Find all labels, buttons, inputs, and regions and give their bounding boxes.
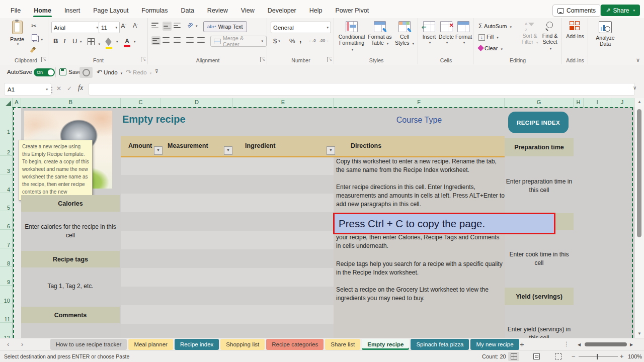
row-header[interactable]: 7 xyxy=(0,230,12,248)
autosave-toggle[interactable]: On xyxy=(34,68,55,76)
sheet-tab-empty-recipe-active[interactable]: Empty recipe xyxy=(362,339,409,350)
directions-cell[interactable]: Copy this worksheet to enter a new recip… xyxy=(336,157,505,311)
fill-button[interactable]: ↓ Fill ▾ xyxy=(478,34,499,41)
select-all-button[interactable] xyxy=(0,98,13,107)
font-color-button[interactable]: A xyxy=(124,36,130,47)
prep-time-hint-cell[interactable]: Enter preparation time in this cell xyxy=(505,177,574,195)
column-header-c[interactable]: C xyxy=(121,98,161,107)
tab-formulas[interactable]: Formulas xyxy=(135,5,174,16)
tab-page-layout[interactable]: Page Layout xyxy=(87,5,135,16)
session-circle-button[interactable] xyxy=(79,67,93,78)
row-headers[interactable]: 1 2 3 4 5 6 7 8 9 10 11 12 xyxy=(0,107,13,338)
page-layout-view-button[interactable] xyxy=(531,352,542,361)
align-top-button[interactable] xyxy=(151,23,158,28)
cut-button[interactable]: ✂ xyxy=(31,22,37,30)
recipe-index-button[interactable]: RECIPE INDEX xyxy=(508,112,569,133)
alignment-dialog-launcher[interactable]: ↘ xyxy=(260,57,265,62)
format-cells-button[interactable]: Format ▾ xyxy=(455,21,471,46)
hscroll-right-arrow-icon[interactable]: ▶ xyxy=(630,342,633,347)
calories-hint-cell[interactable]: Enter calories for the recipe in this ce… xyxy=(21,223,120,240)
ingredient-header[interactable]: Ingredient xyxy=(245,142,275,149)
row-header[interactable]: 6 xyxy=(0,211,12,230)
scroll-down-arrow-icon[interactable]: ▼ xyxy=(635,330,644,338)
analyze-data-button[interactable]: Analyze Data xyxy=(593,21,618,47)
sheet-tab-shopping-list[interactable]: Shopping list xyxy=(220,339,265,350)
row-header[interactable]: 9 xyxy=(0,267,12,286)
tab-file[interactable]: File xyxy=(4,5,27,16)
expand-formula-bar-chevron-icon[interactable]: ∨ xyxy=(633,85,636,90)
tab-data[interactable]: Data xyxy=(174,5,200,16)
row-header[interactable]: 12 xyxy=(0,323,12,338)
align-bottom-button[interactable] xyxy=(174,23,181,28)
column-header-d[interactable]: D xyxy=(161,98,233,107)
sheet-tab-share-list[interactable]: Share list xyxy=(325,339,360,350)
amount-header[interactable]: Amount xyxy=(128,142,152,149)
template-note[interactable]: Create a new recipe using this Empty Rec… xyxy=(19,140,93,201)
zoom-out-button[interactable]: − xyxy=(572,352,576,360)
sort-filter-button[interactable]: AZ Sort & Filter ▾ xyxy=(521,21,539,46)
row-header[interactable]: 4 xyxy=(0,174,12,193)
name-box[interactable]: A1 ▾ xyxy=(4,83,51,96)
tab-home[interactable]: Home xyxy=(27,5,58,16)
sheet-tab-meal-planner[interactable]: Meal planner xyxy=(128,339,173,350)
align-center-button[interactable] xyxy=(163,37,170,43)
increase-decimal-button[interactable]: ←.0 xyxy=(308,38,316,43)
align-left-button[interactable] xyxy=(151,36,160,45)
row-header[interactable]: 5 xyxy=(0,193,12,211)
hscroll-left-arrow-icon[interactable]: ◀ xyxy=(578,342,581,347)
course-type-cell[interactable]: Course Type xyxy=(334,116,505,125)
cook-time-hint-cell[interactable]: Enter cook time in this cell xyxy=(505,250,574,267)
prev-sheet-arrow-icon[interactable]: ‹ xyxy=(7,340,9,348)
bold-button[interactable]: B xyxy=(53,37,58,45)
tab-view[interactable]: View xyxy=(234,5,261,16)
row-header[interactable]: 10 xyxy=(0,286,12,304)
column-header-g[interactable]: G xyxy=(505,98,574,107)
copy-button[interactable]: ▾ xyxy=(32,34,43,43)
page-break-view-button[interactable] xyxy=(552,352,564,361)
column-header-f[interactable]: F xyxy=(334,98,505,107)
sheet-tab-my-new-recipe[interactable]: My new recipe xyxy=(470,339,519,350)
increase-indent-button[interactable] xyxy=(197,37,205,43)
confirm-entry-icon[interactable]: ✓ xyxy=(67,85,72,92)
sheet-tab-recipe-categories[interactable]: Recipe categories xyxy=(266,339,324,350)
chevron-down-icon[interactable]: ▾ xyxy=(134,40,136,44)
fill-color-button[interactable] xyxy=(106,37,112,49)
zoom-slider-track[interactable] xyxy=(579,356,618,357)
cell-styles-button[interactable]: ✎ Cell Styles ▾ xyxy=(393,21,416,47)
column-header-e[interactable]: E xyxy=(233,98,334,107)
chevron-down-icon[interactable]: ▾ xyxy=(80,40,82,44)
yield-hint-cell[interactable]: Enter yield (servings) in this cell xyxy=(505,325,574,338)
column-header-a[interactable]: A xyxy=(13,98,21,107)
vertical-scroll-thumb[interactable] xyxy=(637,109,641,237)
row-header[interactable]: 1 xyxy=(0,107,12,135)
merge-center-button[interactable]: Merge & Center ▾ xyxy=(210,36,267,47)
formula-input[interactable] xyxy=(89,83,635,96)
sheet-tab-spinach-feta-pizza[interactable]: Spinach feta pizza xyxy=(411,339,469,350)
row-header[interactable]: 8 xyxy=(0,248,12,267)
amount-filter-dropdown[interactable]: ▼ xyxy=(154,146,163,155)
paste-button[interactable]: Paste ▾ xyxy=(7,21,27,46)
recipe-tags-hint-cell[interactable]: Tag 1, Tag 2, etc. xyxy=(21,282,120,291)
font-family-select[interactable]: Arial▾ xyxy=(51,22,101,33)
delete-cells-button[interactable]: ✕ Delete ▾ xyxy=(438,21,454,46)
decrease-indent-button[interactable] xyxy=(186,37,194,43)
chevron-down-icon[interactable]: ▾ xyxy=(196,24,198,28)
directions-header[interactable]: Directions xyxy=(351,142,381,149)
redo-button[interactable]: ↷ Redo ▾ xyxy=(126,68,151,76)
borders-button[interactable]: ▾ xyxy=(88,38,100,47)
fx-icon[interactable]: fx xyxy=(78,84,83,92)
measurement-filter-dropdown[interactable]: ▼ xyxy=(224,146,232,155)
shrink-font-button[interactable]: Aˇ xyxy=(133,22,138,29)
next-sheet-arrow-icon[interactable]: › xyxy=(21,340,23,348)
row-header[interactable]: 3 xyxy=(0,156,12,174)
number-format-select[interactable]: General▾ xyxy=(271,22,331,33)
sheet-title-cell[interactable]: Empty recipe xyxy=(122,114,186,125)
zoom-in-button[interactable]: + xyxy=(620,352,624,360)
italic-button[interactable]: I xyxy=(63,37,65,45)
add-sheet-button[interactable]: + xyxy=(520,340,524,348)
sheet-tab-recipe-index[interactable]: Recipe index xyxy=(175,339,219,350)
horizontal-scroll-thumb[interactable] xyxy=(585,342,627,346)
preparation-time-header[interactable]: Preparation time xyxy=(505,138,574,156)
scroll-up-arrow-icon[interactable]: ▲ xyxy=(635,98,644,106)
column-headers[interactable]: A B C D E F G H I J xyxy=(0,98,635,108)
